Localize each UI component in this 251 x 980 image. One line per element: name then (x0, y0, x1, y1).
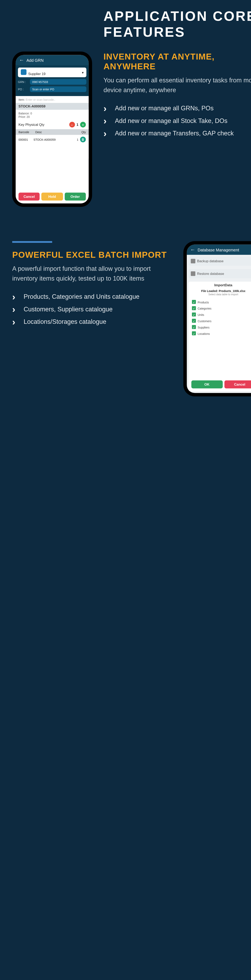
backup-icon (191, 259, 195, 263)
grn-topbar: ←Add GRN (16, 55, 89, 65)
back-icon[interactable]: ← (19, 57, 24, 63)
po-label: PO : (18, 88, 28, 91)
import-title: ImportData (189, 282, 251, 288)
qty-value: 1 (76, 123, 78, 126)
checkbox-icon: ✓ (192, 331, 196, 336)
table-row: 000001STOCK-A0000591🗑 (16, 135, 89, 144)
price-label: Price: (19, 115, 26, 118)
cancel-button[interactable]: Cancel (19, 192, 40, 200)
main-title: APPLICATION CORE FEATURES (103, 8, 251, 40)
hold-button[interactable]: Hold (41, 192, 63, 200)
balance-val: 0 (30, 111, 32, 115)
item-input[interactable]: Enter or scan barcode.. (26, 98, 56, 101)
bullet-item: Add new or manage all GRNs, POs (103, 105, 251, 111)
phone-db: ←Database Management Backup database Res… (183, 241, 251, 396)
section-desc: You can perform all essential inventory … (103, 75, 251, 94)
balance-label: Balance: (19, 111, 30, 115)
import-file: File Loaded: Products_100k.xlsx (189, 288, 251, 293)
supplier-icon (21, 69, 27, 75)
stock-code: STOCK-A000059 (16, 103, 89, 110)
checkbox-icon: ✓ (192, 319, 196, 323)
section-import: POWERFUL EXCEL BATCH IMPORT A powerful i… (12, 241, 251, 396)
restore-icon (191, 271, 195, 276)
qty-label: Key Physical Qty (19, 123, 44, 126)
import-check-suppliers[interactable]: ✓Suppliers (192, 324, 251, 330)
bullet-item: Add new or manage all Stock Take, DOs (103, 117, 251, 124)
grn-title: Add GRN (27, 58, 44, 62)
supplier-name: Supplier 19 (28, 72, 45, 76)
grn-table-head: BarcodeDescQty (16, 129, 89, 135)
phone-grn: ←Add GRN Supplier 19▾ GRN :0987457533 PO… (12, 52, 92, 207)
import-check-customers[interactable]: ✓Customers (192, 318, 251, 324)
bullet-item: Add new or manage Transfers, GAP check (103, 130, 251, 137)
qty-plus-button[interactable]: + (80, 122, 86, 127)
restore-row[interactable]: Restore database (189, 269, 251, 278)
import-check-locations[interactable]: ✓Locations (192, 330, 251, 336)
db-title: Database Management (198, 248, 239, 252)
section-desc: A powerful import function that allow yo… (12, 264, 172, 283)
backup-row[interactable]: Backup database (189, 256, 251, 266)
checkbox-icon: ✓ (192, 325, 196, 329)
section-inventory: ←Add GRN Supplier 19▾ GRN :0987457533 PO… (12, 52, 251, 207)
grn-label: GRN : (18, 80, 28, 84)
divider (12, 241, 52, 243)
ok-button[interactable]: OK (191, 380, 222, 388)
chevron-down-icon: ▾ (82, 70, 84, 75)
qty-minus-button[interactable]: − (69, 122, 75, 127)
cancel-button[interactable]: Cancel (224, 380, 251, 388)
po-field[interactable]: Scan or enter PO (30, 86, 86, 92)
order-button[interactable]: Order (65, 192, 86, 200)
item-label: Item: (19, 98, 25, 101)
section-title: POWERFUL EXCEL BATCH IMPORT (12, 250, 172, 259)
bullet-item: Locations/Storages catalogue (12, 318, 172, 325)
section-title: INVENTORY AT ANYTIME, ANYWHERE (103, 52, 251, 71)
back-icon[interactable]: ← (190, 247, 195, 253)
bullet-item: Customers, Suppliers catalogue (12, 305, 172, 313)
supplier-dropdown[interactable]: Supplier 19▾ (18, 67, 86, 77)
import-sub: Select data table to import (189, 293, 251, 298)
checkbox-icon: ✓ (192, 312, 196, 317)
import-check-products[interactable]: ✓Products (192, 299, 251, 305)
import-check-units[interactable]: ✓Units (192, 311, 251, 318)
db-topbar: ←Database Management (187, 245, 251, 255)
checkbox-icon: ✓ (192, 300, 196, 304)
bullet-item: Products, Categories and Units catalogue (12, 293, 172, 300)
import-check-categories[interactable]: ✓Categories (192, 305, 251, 311)
delete-icon[interactable]: 🗑 (80, 137, 86, 142)
grn-field[interactable]: 0987457533 (30, 79, 86, 84)
checkbox-icon: ✓ (192, 306, 196, 310)
price-val: 20 (27, 115, 30, 118)
